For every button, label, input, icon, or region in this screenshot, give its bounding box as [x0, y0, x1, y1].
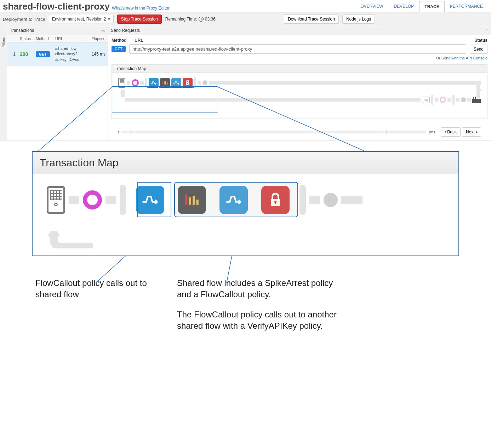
transactions-panel: Transactions ≪ Status Method URI Elapsed… [7, 26, 108, 140]
timeline-start: ε [118, 130, 119, 134]
tabs: OVERVIEW DEVELOP TRACE PERFORMANCE [355, 1, 488, 12]
tab-performance[interactable]: PERFORMANCE [445, 1, 488, 12]
send-url-label: URL [135, 38, 463, 43]
transaction-map-panel: Transaction Map [112, 64, 487, 137]
flow-node[interactable] [461, 97, 466, 102]
filters-panel[interactable]: Filters [0, 26, 7, 140]
annotation-right: Shared flow includes a SpikeArrest polic… [177, 277, 347, 332]
stop-trace-button[interactable]: Stop Trace Session [117, 15, 162, 24]
ax-node[interactable]: AX [422, 97, 430, 103]
flowcallout-policy-icon[interactable] [149, 78, 159, 88]
start-node [83, 190, 102, 209]
flowcallout-policy-icon [136, 186, 164, 214]
flow-separator [120, 185, 126, 215]
api-console-link[interactable]: Send with the API Console [441, 56, 487, 60]
zoom-title: Transaction Map [33, 152, 458, 174]
filters-label: Filters [1, 37, 6, 47]
or-line: Or Send with the API Console [112, 56, 487, 60]
remaining-label: Remaining Time: [165, 17, 197, 22]
row-status: 200 [18, 51, 34, 57]
send-method-pill: GET [112, 46, 126, 52]
row-index: 1 [7, 52, 18, 57]
toolbar: Deployment to Trace Environment test, Re… [0, 12, 491, 26]
spikearrest-policy-icon [178, 186, 206, 214]
flow-separator [194, 78, 196, 88]
flow-separator [431, 95, 433, 105]
spikearrest-policy-icon[interactable] [160, 78, 170, 88]
th-elapsed: Elapsed [88, 35, 108, 42]
method-pill: GET [36, 51, 50, 57]
url-input[interactable] [129, 44, 466, 54]
environment-dropdown[interactable]: Environment test, Revision 2 [49, 15, 114, 23]
flow-node[interactable] [202, 80, 207, 85]
client-icon [47, 186, 65, 214]
send-requests-header: Send Requests ⌃ [108, 26, 491, 35]
whats-new-link[interactable]: What's new in the Proxy Editor [112, 6, 170, 11]
transactions-title: Transactions [10, 28, 34, 33]
th-method: Method [34, 35, 53, 42]
annotation-right-p1: Shared flow includes a SpikeArrest polic… [177, 277, 347, 300]
flow-separator [145, 78, 147, 88]
th-uri: URI [53, 35, 88, 42]
remaining-value: 03:36 [205, 17, 216, 22]
th-status: Status [18, 35, 34, 42]
send-status-label: Status [466, 38, 487, 43]
client-icon[interactable] [118, 78, 125, 88]
transaction-map-body: AX [112, 73, 487, 119]
zoom-box: Transaction Map [32, 151, 459, 256]
timeline-next-button[interactable]: Next › [462, 127, 481, 137]
send-method-label: Method [112, 38, 131, 43]
transaction-map-title: Transaction Map [112, 64, 487, 73]
verifyapikey-policy-icon[interactable] [183, 78, 193, 88]
clock-icon [199, 17, 204, 22]
row-uri: /shared-flow-client-proxy?apikey=iOAsq..… [53, 46, 88, 62]
zoom-container: Transaction Map [32, 151, 459, 256]
caret-down-icon [108, 18, 110, 20]
row-method: GET [34, 52, 53, 57]
timeline-end: 1ms [428, 130, 435, 134]
environment-dropdown-label: Environment test, Revision 2 [52, 17, 106, 22]
download-trace-button[interactable]: Download Trace Session [284, 15, 339, 24]
collapse-icon[interactable]: ≪ [101, 29, 105, 33]
start-node[interactable] [132, 79, 139, 86]
flow-separator [299, 185, 306, 215]
nodejs-logs-button[interactable]: Node.js Logs [342, 15, 375, 24]
tab-overview[interactable]: OVERVIEW [355, 1, 388, 12]
return-arrow-icon [47, 231, 96, 248]
remaining-time: Remaining Time: 03:36 [165, 17, 216, 22]
annotation-left: FlowCallout policy calls out to shared f… [35, 277, 149, 332]
tab-trace[interactable]: TRACE [419, 1, 444, 12]
right-panel: Send Requests ⌃ Method URL Status GET Se… [108, 26, 491, 140]
arrow-down-icon [476, 89, 481, 93]
transactions-columns: Status Method URI Elapsed [7, 35, 108, 42]
send-button[interactable]: Send [470, 45, 487, 54]
page-title: shared-flow-client-proxy [3, 1, 110, 12]
deploy-label: Deployment to Trace [3, 17, 45, 22]
response-node[interactable] [440, 97, 446, 103]
main: Filters Transactions ≪ Status Method URI… [0, 26, 491, 140]
flow-separator [452, 95, 455, 105]
target-icon[interactable] [472, 97, 481, 103]
verifyapikey-policy-icon [261, 186, 290, 214]
timeline: ε 1ms ‹ Back Next › [118, 127, 481, 137]
expand-icon[interactable]: ⌃ [485, 29, 488, 33]
annotation-right-p2: The FlowCallout policy calls out to anot… [177, 309, 347, 332]
transaction-row[interactable]: 1 200 GET /shared-flow-client-proxy?apik… [7, 42, 108, 66]
timeline-back-button[interactable]: ‹ Back [441, 127, 461, 137]
send-requests-title: Send Requests [111, 28, 140, 33]
timeline-bar[interactable] [121, 131, 426, 133]
header: shared-flow-client-proxy What's new in t… [0, 0, 491, 12]
transactions-header: Transactions ≪ [7, 26, 108, 35]
flowcallout-policy-icon-2[interactable] [171, 78, 181, 88]
row-elapsed: 145 ms [88, 52, 108, 57]
flowcallout-policy-icon-2 [219, 186, 248, 214]
annotations: FlowCallout policy calls out to shared f… [35, 277, 456, 332]
flow-node [324, 193, 338, 207]
tab-develop[interactable]: DEVELOP [389, 1, 419, 12]
